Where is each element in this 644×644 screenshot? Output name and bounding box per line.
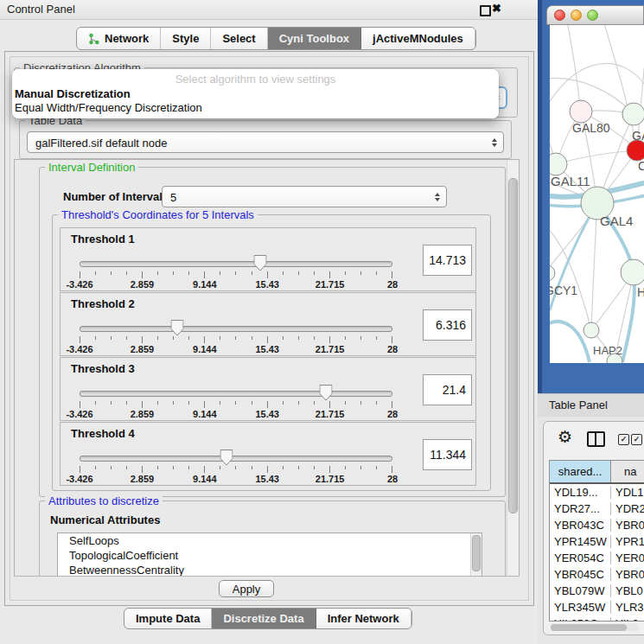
top-tab[interactable]: Cyni Toolbox	[268, 28, 361, 49]
tick-mark	[142, 401, 143, 408]
list-item[interactable]: TopologicalCoefficient	[58, 548, 481, 563]
group-title: Threshold's Coordinates for 5 Intervals	[58, 207, 258, 222]
threshold-value-field[interactable]: 11.344	[423, 439, 472, 470]
table-row[interactable]: YBL079W YBL0	[550, 583, 644, 599]
minimize-traffic-light-icon[interactable]	[571, 10, 582, 21]
close-traffic-light-icon[interactable]	[554, 10, 565, 21]
slider-axis: -3.4262.8599.14415.4321.71528	[80, 344, 392, 354]
cell-name[interactable]: YPR1	[611, 535, 644, 548]
bottom-tab[interactable]: Infer Network	[316, 609, 411, 628]
zoom-traffic-light-icon[interactable]	[587, 10, 598, 21]
threshold-slider[interactable]	[80, 391, 392, 397]
slider-thumb[interactable]	[253, 255, 266, 271]
column-header-shared[interactable]: shared...	[550, 461, 611, 482]
num-intervals-label: Number of Intervals	[63, 190, 169, 203]
vertical-scrollbar-thumb[interactable]	[508, 178, 518, 513]
table-row[interactable]: YIL052C YIL0	[550, 615, 644, 622]
network-node-gal80[interactable]	[570, 100, 592, 123]
threshold-slider[interactable]	[80, 456, 392, 462]
tick-mark	[80, 271, 80, 278]
threshold-value-field[interactable]: 21.4	[423, 374, 472, 405]
cell-name[interactable]: YER0	[611, 552, 644, 564]
top-tab[interactable]: Select	[211, 28, 267, 49]
network-svg[interactable]: GAL80 GA C GAL11 GAL4 GCY1 H HAP2	[550, 25, 644, 363]
tick-mark	[126, 271, 127, 275]
list-scrollbar[interactable]	[470, 533, 481, 576]
checkbox-icon[interactable]: ✓	[631, 434, 642, 445]
cell-name[interactable]: YBR0	[611, 519, 644, 532]
tick-mark	[360, 466, 361, 469]
dropdown-item[interactable]: Equal Width/Frequency Discretization	[12, 101, 499, 115]
table-row[interactable]: YDL19... YDL1	[550, 484, 644, 501]
threshold-label: Threshold 2	[71, 297, 135, 310]
cell-shared-name[interactable]: YLR345W	[550, 601, 611, 614]
network-view[interactable]: GAL80 GA C GAL11 GAL4 GCY1 H HAP2	[550, 25, 644, 363]
network-node-h[interactable]	[621, 259, 644, 285]
top-tab[interactable]: Network	[77, 28, 161, 49]
cell-name[interactable]: YBL0	[611, 584, 644, 597]
table-data-select[interactable]: galFiltered.sif default node	[27, 131, 504, 153]
list-item[interactable]: BetweennessCentrality	[58, 563, 481, 577]
threshold-value-field[interactable]: 14.713	[423, 245, 472, 276]
network-node-gcy1[interactable]	[550, 265, 555, 281]
threshold-slider[interactable]	[80, 261, 392, 267]
tick-mark	[220, 401, 220, 405]
slider-thumb[interactable]	[220, 450, 233, 466]
cell-name[interactable]: YBR0	[611, 568, 644, 581]
table-row[interactable]: YBR043C YBR0	[550, 517, 644, 533]
cell-shared-name[interactable]: YBL079W	[550, 584, 611, 597]
top-tab[interactable]: Style	[161, 28, 211, 49]
node-label: HAP2	[593, 344, 622, 357]
table-row[interactable]: YPR145W YPR1	[550, 533, 644, 550]
settings-scroll-area: Interval Definition Number of Intervals …	[14, 159, 520, 577]
checkbox-icon[interactable]: ✓	[618, 434, 629, 445]
cell-name[interactable]: YLR3	[611, 601, 644, 614]
close-icon[interactable]: ✖	[492, 2, 501, 15]
cell-shared-name[interactable]: YBR045C	[550, 568, 611, 581]
tab-label: Cyni Toolbox	[279, 32, 349, 45]
top-tab[interactable]: jActiveMNodules	[361, 28, 475, 49]
bottom-tab[interactable]: Impute Data	[124, 609, 212, 628]
tick-mark	[235, 271, 236, 275]
cell-name[interactable]: YDR2	[611, 502, 644, 515]
cell-shared-name[interactable]: YPR145W	[550, 535, 611, 548]
horizontal-scrollbar-thumb[interactable]	[551, 624, 627, 631]
list-scrollbar-thumb[interactable]	[472, 535, 481, 571]
tick-mark	[252, 271, 252, 275]
cell-shared-name[interactable]: YBR043C	[550, 519, 611, 532]
float-icon[interactable]	[480, 5, 491, 16]
dropdown-item[interactable]: Manual Discretization	[12, 87, 499, 101]
horizontal-scrollbar[interactable]	[551, 624, 639, 631]
columns-icon[interactable]	[587, 431, 605, 447]
num-intervals-select[interactable]: 5	[162, 186, 447, 207]
tick-mark	[220, 466, 220, 469]
table-row[interactable]: YBR045C YBR0	[550, 566, 644, 583]
threshold-value-field[interactable]: 6.316	[423, 309, 472, 341]
gear-icon[interactable]: ⚙	[558, 427, 572, 447]
slider-thumb[interactable]	[170, 320, 183, 336]
apply-button[interactable]: Apply	[219, 580, 274, 597]
table-row[interactable]: YLR345W YLR3	[550, 599, 644, 615]
cell-name[interactable]: YIL0	[611, 617, 644, 622]
cell-shared-name[interactable]: YER054C	[550, 552, 611, 564]
list-item[interactable]: SelfLoops	[58, 533, 481, 548]
table-row[interactable]: YDR27... YDR2	[550, 501, 644, 517]
table-row[interactable]: YER054C YER0	[550, 550, 644, 566]
bottom-tab[interactable]: Discretize Data	[212, 609, 316, 628]
node-label: GAL80	[572, 121, 610, 135]
cell-shared-name[interactable]: YIL052C	[550, 617, 611, 622]
threshold-slider[interactable]	[80, 326, 392, 332]
network-node-selected-red[interactable]	[627, 140, 644, 161]
threshold-panel: Threshold 4 -3.4262.8599.14415.4321.7152…	[60, 422, 476, 486]
numerical-attributes-list[interactable]: SelfLoops TopologicalCoefficient Between…	[57, 532, 482, 577]
network-node-hap2[interactable]	[583, 322, 599, 338]
tick-mark	[298, 401, 299, 405]
cell-shared-name[interactable]: YDR27...	[550, 502, 611, 515]
network-node-top-right[interactable]	[622, 103, 644, 125]
network-window-titlebar[interactable]	[546, 5, 644, 25]
cell-name[interactable]: YDL1	[611, 486, 644, 499]
slider-thumb[interactable]	[320, 385, 333, 401]
cell-shared-name[interactable]: YDL19...	[550, 486, 611, 499]
column-header-name[interactable]: na	[611, 461, 644, 482]
vertical-scrollbar[interactable]	[507, 160, 519, 576]
